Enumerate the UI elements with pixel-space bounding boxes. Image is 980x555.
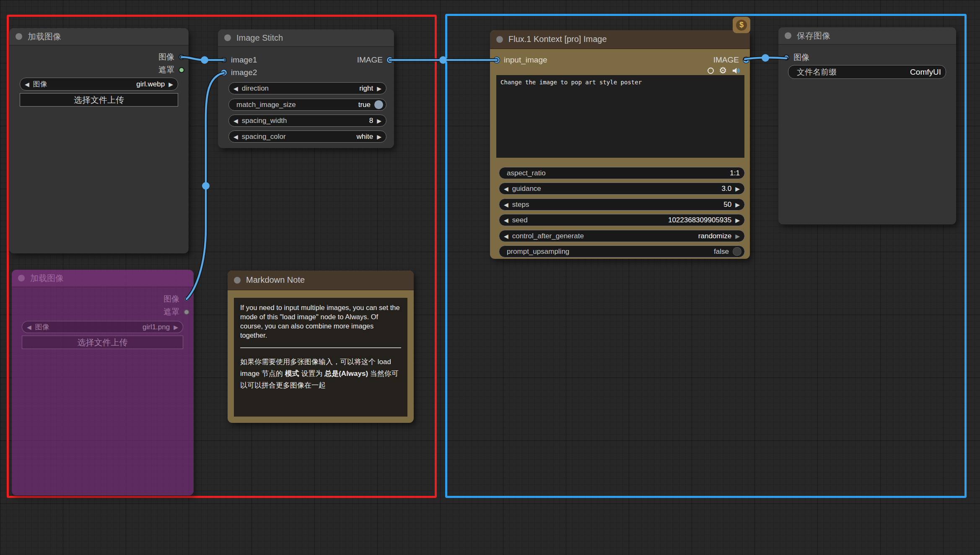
collapse-dot-icon[interactable]	[785, 32, 791, 39]
collapse-dot-icon[interactable]	[18, 275, 25, 281]
next-value-icon[interactable]: ▶	[377, 134, 381, 140]
widget-value[interactable]: randomize	[698, 232, 731, 240]
upload-file-button[interactable]: 选择文件上传	[20, 93, 178, 107]
next-value-icon[interactable]: ▶	[377, 86, 381, 91]
prompt-textarea[interactable]: Change the image to pop art style poster	[496, 75, 744, 158]
node-graph-canvas[interactable]: 加载图像 图像 遮罩 ◀ 图像 girl.webp ▶ 选择文件上传 Image…	[0, 0, 980, 555]
node-load-image-1[interactable]: 加载图像 图像 遮罩 ◀ 图像 girl.webp ▶ 选择文件上传	[9, 28, 189, 253]
widget-direction[interactable]: ◀ direction right ▶	[228, 82, 386, 94]
output-port-image[interactable]: IMAGE	[713, 55, 749, 65]
toggle-off-icon[interactable]	[733, 247, 741, 256]
widget-value[interactable]: 50	[723, 201, 731, 209]
node-load-image-2-bypassed[interactable]: 加载图像 图像 遮罩 ◀ 图像 girl1.png ▶ 选择文件上传	[12, 270, 194, 495]
output-port-image[interactable]: 图像	[163, 294, 189, 304]
node-title: 加载图像	[30, 273, 64, 284]
widget-spacing-width[interactable]: ◀ spacing_width 8 ▶	[228, 115, 386, 127]
prev-value-icon[interactable]: ◀	[504, 233, 508, 239]
output-dot-image[interactable]	[743, 57, 749, 63]
prev-value-icon[interactable]: ◀	[504, 186, 508, 192]
output-dot-image[interactable]	[179, 54, 184, 60]
toggle-on-icon[interactable]	[374, 100, 383, 109]
collapse-dot-icon[interactable]	[224, 34, 231, 41]
node-header: Markdown Note	[228, 271, 414, 290]
widget-filename-prefix[interactable]: 文件名前缀 ComfyUI	[788, 65, 946, 79]
widget-label: seed	[512, 216, 528, 224]
node-flux-kontext[interactable]: Flux.1 Kontext [pro] Image input_image I…	[490, 30, 750, 259]
widget-steps[interactable]: ◀ steps 50 ▶	[499, 198, 745, 211]
prev-value-icon[interactable]: ◀	[25, 81, 29, 87]
output-port-image[interactable]: IMAGE	[357, 55, 393, 65]
collapse-dot-icon[interactable]	[234, 277, 241, 284]
node-header: 加载图像	[12, 270, 194, 287]
widget-value[interactable]: 1022368309905935	[668, 216, 731, 224]
widget-value[interactable]: 1:1	[730, 169, 740, 177]
upload-file-button[interactable]: 选择文件上传	[22, 336, 183, 349]
widget-label: 图像	[35, 322, 49, 332]
node-markdown-note[interactable]: Markdown Note If you need to input multi…	[228, 271, 414, 423]
widget-value[interactable]: 8	[369, 117, 373, 125]
note-text-en: If you need to input multiple images, yo…	[240, 303, 401, 340]
input-port-image2[interactable]: image2	[221, 68, 257, 77]
output-port-image[interactable]: 图像	[158, 52, 184, 62]
output-port-mask[interactable]: 遮罩	[158, 65, 184, 75]
input-dot-input-image[interactable]	[494, 57, 500, 63]
output-dot-mask[interactable]	[179, 67, 184, 73]
input-dot-image1[interactable]	[221, 57, 227, 63]
widget-prompt-upsampling[interactable]: prompt_upsampling false	[499, 245, 745, 258]
widget-value[interactable]: 3.0	[722, 185, 732, 193]
prev-value-icon[interactable]: ◀	[233, 134, 238, 140]
node-image-stitch[interactable]: Image Stitch image1 image2 IMAGE ◀ direc…	[218, 29, 394, 148]
prev-value-icon[interactable]: ◀	[504, 217, 508, 223]
next-value-icon[interactable]: ▶	[169, 81, 173, 87]
output-port-mask[interactable]: 遮罩	[163, 307, 189, 317]
widget-value[interactable]: right	[359, 84, 373, 93]
node-title: Image Stitch	[236, 33, 283, 43]
speaker-icon[interactable]	[732, 67, 741, 75]
next-value-icon[interactable]: ▶	[735, 217, 740, 223]
widget-match-image-size[interactable]: match_image_size true	[228, 99, 386, 111]
widget-image-file[interactable]: ◀ 图像 girl.webp ▶	[20, 78, 178, 91]
node-save-image[interactable]: 保存图像 图像 文件名前缀 ComfyUI	[778, 27, 956, 224]
widget-value[interactable]: false	[714, 248, 729, 256]
collapse-dot-icon[interactable]	[16, 33, 22, 40]
gear-icon[interactable]: ⚙	[719, 66, 727, 75]
widget-image-file[interactable]: ◀ 图像 girl1.png ▶	[22, 321, 183, 333]
next-value-icon[interactable]: ▶	[735, 186, 740, 192]
input-port-image[interactable]: 图像	[783, 53, 809, 62]
widget-label: control_after_generate	[512, 232, 584, 240]
input-port-input-image[interactable]: input_image	[494, 55, 547, 65]
next-value-icon[interactable]: ▶	[735, 233, 740, 239]
widget-seed[interactable]: ◀ seed 1022368309905935 ▶	[499, 214, 745, 226]
prev-value-icon[interactable]: ◀	[504, 202, 508, 208]
next-value-icon[interactable]: ▶	[377, 118, 381, 124]
widget-spacing-color[interactable]: ◀ spacing_color white ▶	[228, 130, 386, 143]
node-header: Flux.1 Kontext [pro] Image	[490, 30, 750, 49]
widget-value[interactable]: girl.webp	[136, 80, 165, 89]
input-label: image2	[231, 68, 257, 77]
collapse-dot-icon[interactable]	[496, 36, 503, 43]
prev-value-icon[interactable]: ◀	[27, 324, 31, 330]
output-dot-mask[interactable]	[184, 309, 189, 315]
next-value-icon[interactable]: ▶	[735, 202, 740, 208]
output-dot-image[interactable]	[387, 57, 393, 63]
widget-value[interactable]: white	[357, 133, 373, 141]
output-dot-image[interactable]	[184, 296, 189, 302]
input-dot-image[interactable]	[783, 55, 789, 60]
input-dot-image2[interactable]	[221, 70, 227, 76]
widget-guidance[interactable]: ◀ guidance 3.0 ▶	[499, 182, 745, 195]
widget-control-after-generate[interactable]: ◀ control_after_generate randomize ▶	[499, 230, 745, 242]
prev-value-icon[interactable]: ◀	[233, 86, 238, 91]
input-port-image1[interactable]: image1	[221, 55, 257, 65]
status-circle-icon[interactable]	[708, 68, 714, 74]
widget-value[interactable]: ComfyUI	[910, 68, 941, 77]
widget-label: prompt_upsampling	[507, 248, 569, 256]
next-value-icon[interactable]: ▶	[174, 324, 178, 330]
prev-value-icon[interactable]: ◀	[233, 118, 238, 124]
input-label: 图像	[793, 52, 809, 63]
widget-label: 文件名前缀	[797, 67, 837, 78]
widget-label: aspect_ratio	[507, 169, 546, 177]
widget-aspect-ratio[interactable]: aspect_ratio 1:1	[499, 167, 745, 179]
widget-value[interactable]: true	[358, 101, 371, 109]
output-label: 图像	[163, 294, 179, 305]
widget-value[interactable]: girl1.png	[143, 323, 170, 331]
